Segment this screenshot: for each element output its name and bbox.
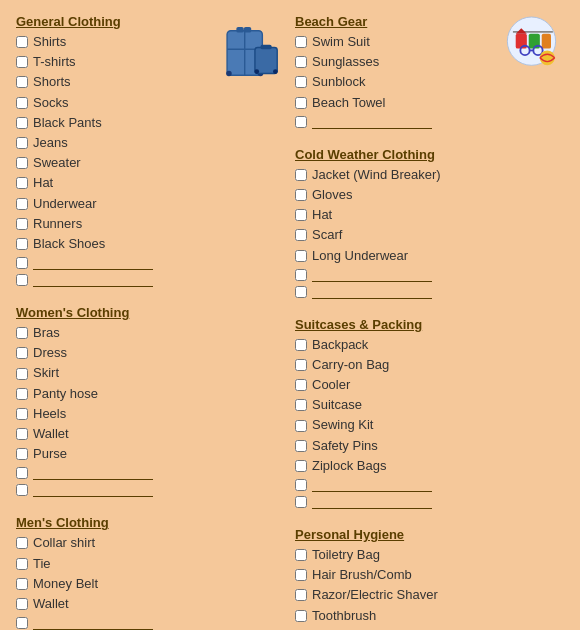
checkbox-suitcases-1[interactable] xyxy=(295,359,307,371)
blank-underline xyxy=(312,285,432,299)
checkbox-beach-gear-2[interactable] xyxy=(295,76,307,88)
blank-checkbox-general-clothing-0[interactable] xyxy=(16,257,28,269)
checkbox-general-clothing-3[interactable] xyxy=(16,97,28,109)
left-column: General Clothing ShirtsT-shirtsShortsSoc… xyxy=(16,14,285,630)
checklist-item: Suitcase xyxy=(295,396,564,414)
checkbox-suitcases-5[interactable] xyxy=(295,440,307,452)
item-label: Purse xyxy=(33,445,67,463)
checkbox-womens-clothing-1[interactable] xyxy=(16,347,28,359)
checkbox-general-clothing-6[interactable] xyxy=(16,157,28,169)
item-label: Hat xyxy=(312,206,332,224)
svg-point-5 xyxy=(226,71,232,77)
section-beach-gear: Beach Gear Swim SuitSunglassesSunblockBe… xyxy=(295,14,564,129)
svg-rect-7 xyxy=(255,47,277,73)
checkbox-womens-clothing-3[interactable] xyxy=(16,388,28,400)
checkbox-general-clothing-5[interactable] xyxy=(16,137,28,149)
checkbox-cold-weather-0[interactable] xyxy=(295,169,307,181)
checklist-item: Dress xyxy=(16,344,285,362)
blank-line xyxy=(16,466,285,480)
item-label: Wallet xyxy=(33,425,69,443)
blank-checkbox-cold-weather-0[interactable] xyxy=(295,269,307,281)
checkbox-suitcases-0[interactable] xyxy=(295,339,307,351)
checkbox-suitcases-2[interactable] xyxy=(295,379,307,391)
item-label: Long Underwear xyxy=(312,247,408,265)
checklist-item: Money Belt xyxy=(16,575,285,593)
blank-underline xyxy=(312,115,432,129)
checkbox-womens-clothing-5[interactable] xyxy=(16,428,28,440)
checkbox-general-clothing-0[interactable] xyxy=(16,36,28,48)
checkbox-general-clothing-2[interactable] xyxy=(16,76,28,88)
checkbox-womens-clothing-6[interactable] xyxy=(16,448,28,460)
blank-checkbox-suitcases-1[interactable] xyxy=(295,496,307,508)
item-label: Sunblock xyxy=(312,73,365,91)
checkbox-womens-clothing-2[interactable] xyxy=(16,368,28,380)
checkbox-mens-clothing-2[interactable] xyxy=(16,578,28,590)
checklist-item: Sunblock xyxy=(295,73,564,91)
checkbox-personal-hygiene-1[interactable] xyxy=(295,569,307,581)
checkbox-womens-clothing-0[interactable] xyxy=(16,327,28,339)
item-label: Bras xyxy=(33,324,60,342)
checkbox-suitcases-3[interactable] xyxy=(295,399,307,411)
main-layout: General Clothing ShirtsT-shirtsShortsSoc… xyxy=(16,14,564,630)
svg-rect-8 xyxy=(261,45,272,50)
luggage-illustration xyxy=(210,14,285,82)
checkbox-beach-gear-1[interactable] xyxy=(295,56,307,68)
checkbox-general-clothing-9[interactable] xyxy=(16,218,28,230)
blank-checkbox-beach-gear-0[interactable] xyxy=(295,116,307,128)
section-womens-clothing: Women's ClothingBrasDressSkirtPanty hose… xyxy=(16,305,285,497)
blank-checkbox-cold-weather-1[interactable] xyxy=(295,286,307,298)
svg-point-20 xyxy=(540,50,555,65)
checkbox-cold-weather-3[interactable] xyxy=(295,229,307,241)
checkbox-mens-clothing-3[interactable] xyxy=(16,598,28,610)
blank-checkbox-womens-clothing-1[interactable] xyxy=(16,484,28,496)
item-label: Hair Brush/Comb xyxy=(312,566,412,584)
checkbox-cold-weather-4[interactable] xyxy=(295,250,307,262)
checkbox-personal-hygiene-0[interactable] xyxy=(295,549,307,561)
checkbox-beach-gear-0[interactable] xyxy=(295,36,307,48)
checklist-item: Socks xyxy=(16,94,285,112)
blank-line xyxy=(16,616,285,630)
checkbox-general-clothing-8[interactable] xyxy=(16,198,28,210)
blank-checkbox-mens-clothing-0[interactable] xyxy=(16,617,28,629)
checkbox-mens-clothing-1[interactable] xyxy=(16,558,28,570)
checklist-item: Hat xyxy=(16,174,285,192)
blank-line xyxy=(295,115,564,129)
checklist-item: Safety Pins xyxy=(295,437,564,455)
section-mens-clothing: Men's ClothingCollar shirtTieMoney BeltW… xyxy=(16,515,285,630)
checkbox-suitcases-4[interactable] xyxy=(295,420,307,432)
checkbox-general-clothing-1[interactable] xyxy=(16,56,28,68)
checkbox-personal-hygiene-2[interactable] xyxy=(295,589,307,601)
blank-line xyxy=(295,495,564,509)
checkbox-mens-clothing-0[interactable] xyxy=(16,537,28,549)
blank-checkbox-suitcases-0[interactable] xyxy=(295,479,307,491)
section-personal-hygiene: Personal HygieneToiletry BagHair Brush/C… xyxy=(295,527,564,630)
checkbox-general-clothing-7[interactable] xyxy=(16,177,28,189)
checkbox-personal-hygiene-3[interactable] xyxy=(295,610,307,622)
item-label: T-shirts xyxy=(33,53,76,71)
item-label: Toothbrush xyxy=(312,607,376,625)
checkbox-general-clothing-4[interactable] xyxy=(16,117,28,129)
item-label: Heels xyxy=(33,405,66,423)
blank-checkbox-womens-clothing-0[interactable] xyxy=(16,467,28,479)
checkbox-general-clothing-10[interactable] xyxy=(16,238,28,250)
svg-rect-1 xyxy=(236,27,243,33)
checkbox-beach-gear-3[interactable] xyxy=(295,97,307,109)
checkbox-cold-weather-1[interactable] xyxy=(295,189,307,201)
item-label: Sewing Kit xyxy=(312,416,373,434)
checklist-item: Panty hose xyxy=(16,385,285,403)
blank-checkbox-general-clothing-1[interactable] xyxy=(16,274,28,286)
checklist-item: Jeans xyxy=(16,134,285,152)
checklist-item: Beach Towel xyxy=(295,94,564,112)
checklist-item: Wallet xyxy=(16,595,285,613)
checkbox-cold-weather-2[interactable] xyxy=(295,209,307,221)
blank-line xyxy=(16,483,285,497)
section-general-clothing: General Clothing ShirtsT-shirtsShortsSoc… xyxy=(16,14,285,287)
blank-underline xyxy=(33,273,153,287)
blank-line xyxy=(16,273,285,287)
checkbox-suitcases-6[interactable] xyxy=(295,460,307,472)
checklist-item: Tie xyxy=(16,555,285,573)
item-label: Beach Towel xyxy=(312,94,385,112)
checklist-item: Hair Brush/Comb xyxy=(295,566,564,584)
checkbox-womens-clothing-4[interactable] xyxy=(16,408,28,420)
checklist-item: Runners xyxy=(16,215,285,233)
